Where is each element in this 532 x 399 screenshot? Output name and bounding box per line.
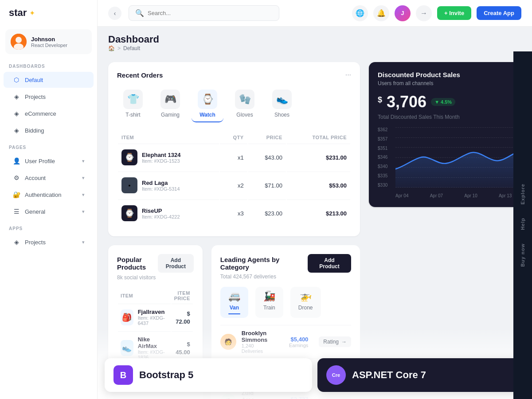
- col-price: PRICE: [248, 132, 286, 143]
- shop-icon: ◈: [12, 110, 20, 117]
- category-tabs: 👕 T-shirt 🎮 Gaming ⌚ Watch 🧤: [117, 86, 351, 122]
- tab-gloves[interactable]: 🧤 Gloves: [229, 86, 261, 122]
- search-box[interactable]: 🔍: [129, 5, 279, 21]
- sidebar-item-bidding[interactable]: ◈ Bidding: [4, 122, 94, 138]
- gloves-icon: 🧤: [235, 90, 254, 109]
- explore-button[interactable]: Explore: [520, 184, 525, 204]
- chevron-down-icon: ▾: [82, 158, 85, 164]
- section-label-pages: PAGES: [0, 139, 97, 153]
- aspnet-card[interactable]: Cre ASP.NET Core 7: [317, 358, 525, 392]
- chevron-down-icon: ▾: [82, 209, 85, 215]
- tab-watch[interactable]: ⌚ Watch: [192, 86, 223, 122]
- drone-icon: 🚁: [300, 290, 312, 302]
- svg-point-1: [16, 37, 22, 43]
- buy-now-button[interactable]: Buy now: [520, 243, 525, 267]
- train-icon: 🚂: [263, 290, 275, 302]
- chart-svg: [395, 127, 532, 188]
- chart-y-labels: $362 $357 $351 $346 $340 $335 $330: [378, 127, 387, 188]
- list-item: 🎒FjallravenItem: #XDG-6437 $ 72.00: [118, 304, 193, 330]
- overlay-bottom: B Bootstrap 5 Cre ASP.NET Core 7: [98, 328, 532, 399]
- sidebar-toggle-button[interactable]: ‹: [108, 7, 121, 20]
- notification-icon[interactable]: 🔔: [373, 5, 389, 21]
- col-total: TOTAL PRICE: [287, 132, 350, 143]
- sidebar-item-account[interactable]: ⚙ Account ▾: [4, 170, 94, 186]
- tshirt-icon: 👕: [123, 90, 143, 109]
- avatar: [11, 34, 27, 50]
- table-row: ⌚Elephant 1324Item: #XDG-1523 x1 $43.00 …: [118, 144, 350, 171]
- sidebar-item-ecommerce[interactable]: ◈ eCommerce: [4, 106, 94, 121]
- trend-down-icon: ▼: [434, 99, 439, 105]
- create-app-button[interactable]: Create App: [477, 6, 521, 20]
- sidebar-item-projects-app[interactable]: ◈ Projects ▾: [4, 234, 94, 250]
- invite-button[interactable]: + Invite: [437, 6, 471, 20]
- general-icon: ☰: [12, 207, 20, 215]
- bootstrap-icon: B: [113, 365, 133, 385]
- shoes-icon: 👟: [272, 90, 292, 109]
- recent-orders-card: Recent Orders ··· 👕 T-shirt 🎮 Gaming: [108, 62, 360, 236]
- topbar: ‹ 🔍 🌐 🔔 J → + Invite Create App: [98, 0, 532, 27]
- search-input[interactable]: [148, 10, 273, 16]
- watch-icon: ⌚: [198, 90, 217, 109]
- col-item: ITEM: [118, 132, 219, 143]
- chart-x-labels: Apr 04 Apr 07 Apr 10 Apr 13 Apr 18: [395, 193, 532, 198]
- sidebar-item-general[interactable]: ☰ General ▾: [4, 203, 94, 219]
- bid-icon: ◈: [12, 126, 20, 134]
- chevron-down-icon: ▾: [82, 239, 85, 245]
- product-image: ⌚: [121, 205, 137, 221]
- logo-icon: star: [9, 7, 27, 19]
- sidebar-item-authentication[interactable]: 🔐 Authentication ▾: [4, 187, 94, 203]
- table-row: ⌚RiseUPItem: #XDG-4222 x3 $23.00 $213.00: [118, 200, 350, 227]
- folder-icon: ◈: [12, 93, 20, 101]
- topbar-actions: 🌐 🔔 J → + Invite Create App: [352, 5, 521, 21]
- user-profile-card[interactable]: Johnson React Developer: [5, 29, 92, 54]
- chevron-down-icon: ▾: [82, 192, 85, 198]
- main-area: ‹ 🔍 🌐 🔔 J → + Invite Create App Dashboar…: [98, 0, 532, 399]
- product-icon: 🎒: [121, 309, 133, 325]
- sidebar: star ✦ Johnson React Developer DASHBOARD…: [0, 0, 98, 399]
- bootstrap-card[interactable]: B Bootstrap 5: [105, 358, 312, 392]
- help-button[interactable]: Help: [520, 218, 525, 230]
- breadcrumb-current: Default: [123, 45, 140, 51]
- globe-icon[interactable]: 🌐: [352, 5, 368, 21]
- discount-badge: ▼ 4.5%: [431, 98, 455, 106]
- arrow-right-icon[interactable]: →: [416, 5, 432, 21]
- gaming-icon: 🎮: [160, 90, 180, 109]
- aspnet-icon: Cre: [326, 365, 346, 385]
- popular-products-subtitle: 8k social visitors: [117, 274, 194, 281]
- topbar-avatar[interactable]: J: [395, 5, 411, 21]
- recent-orders-title: Recent Orders: [117, 71, 163, 79]
- add-agent-button[interactable]: Add Product: [308, 254, 351, 273]
- discount-title: Discounted Product Sales: [378, 71, 460, 78]
- logo-star-icon: ✦: [29, 9, 35, 17]
- lock-icon: 🔐: [12, 191, 20, 199]
- discount-sales-card: Discounted Product Sales ··· Users from …: [369, 62, 532, 207]
- user-name: Johnson: [31, 36, 67, 43]
- sidebar-item-projects[interactable]: ◈ Projects: [4, 89, 94, 105]
- breadcrumb-separator: >: [117, 45, 121, 51]
- agents-subtitle: Total 424,567 deliveries: [220, 274, 351, 280]
- user-icon: 👤: [12, 157, 20, 165]
- account-icon: ⚙: [12, 174, 20, 182]
- tab-gaming[interactable]: 🎮 Gaming: [154, 86, 186, 122]
- more-options-icon[interactable]: ···: [345, 71, 351, 79]
- popular-products-title: Popular Products: [117, 256, 158, 271]
- grid-icon: ⬡: [12, 76, 20, 84]
- page-header-row: Dashboard 🏠 > Default: [98, 27, 532, 51]
- tab-drone[interactable]: 🚁 Drone: [290, 287, 321, 318]
- sidebar-item-default[interactable]: ⬡ Default: [4, 72, 94, 88]
- popular-products-header: Popular Products Add Product: [117, 254, 194, 273]
- user-role: React Developer: [31, 43, 67, 48]
- sidebar-item-user-profile[interactable]: 👤 User Profile ▾: [4, 153, 94, 169]
- van-icon: 🚐: [228, 290, 240, 302]
- section-label-dashboards: DASHBOARDS: [0, 58, 97, 71]
- discount-subtitle: Users from all channels: [378, 80, 532, 86]
- tab-train[interactable]: 🚂 Train: [255, 287, 283, 318]
- tab-tshirt[interactable]: 👕 T-shirt: [117, 86, 149, 122]
- tab-shoes[interactable]: 👟 Shoes: [266, 86, 298, 122]
- product-image: ⌚: [121, 149, 137, 165]
- add-product-button[interactable]: Add Product: [158, 254, 194, 273]
- bootstrap-label: Bootstrap 5: [139, 369, 193, 381]
- tab-van[interactable]: 🚐 Van: [220, 287, 248, 318]
- right-panel: Explore Help Buy now: [513, 51, 532, 399]
- home-icon[interactable]: 🏠: [108, 45, 115, 51]
